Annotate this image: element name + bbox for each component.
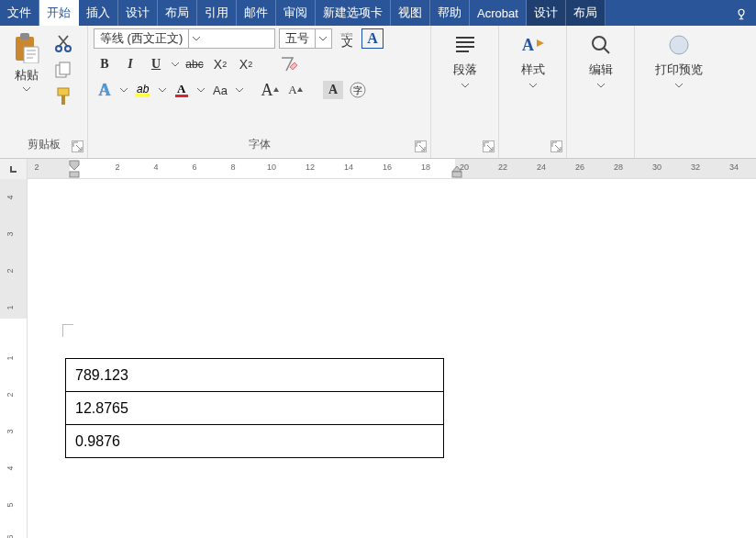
paste-button[interactable]: 粘贴: [6, 28, 48, 133]
text-effects-button[interactable]: A: [94, 80, 116, 100]
tab-file[interactable]: 文件: [0, 0, 39, 26]
margin-corner-icon: [62, 324, 73, 337]
table-cell[interactable]: 0.9876: [66, 425, 444, 458]
svg-text:ab: ab: [137, 83, 150, 95]
underline-button[interactable]: U: [145, 54, 167, 74]
paste-label: 粘贴: [15, 67, 39, 84]
tab-table-design[interactable]: 设计: [527, 0, 566, 26]
table-row: 0.9876: [66, 425, 444, 458]
table-cell[interactable]: 12.8765: [66, 392, 444, 425]
table-row: 789.123: [66, 359, 444, 392]
svg-rect-2: [24, 47, 39, 63]
svg-text:A: A: [522, 36, 534, 54]
change-case-dropdown[interactable]: [235, 88, 244, 93]
group-font-label: 字体: [94, 133, 425, 158]
tab-mailings[interactable]: 邮件: [237, 0, 276, 26]
svg-rect-10: [135, 94, 150, 97]
styles-button[interactable]: A 样式: [506, 34, 561, 88]
phonetic-guide-button[interactable]: wén 文: [336, 28, 358, 49]
chevron-down-icon: [597, 84, 605, 88]
svg-point-3: [56, 46, 61, 51]
strikethrough-button[interactable]: abc: [183, 54, 206, 74]
menu-tabs: 文件 开始 插入 设计 布局 引用 邮件 审阅 新建选项卡 视图 帮助 Acro…: [0, 0, 756, 26]
svg-text:字: 字: [353, 85, 362, 95]
tab-selector[interactable]: [0, 159, 28, 179]
tab-home[interactable]: 开始: [39, 0, 79, 26]
font-name-combo[interactable]: 等线 (西文正文): [94, 28, 275, 49]
svg-rect-6: [60, 62, 70, 74]
svg-rect-7: [58, 88, 69, 95]
tell-me-icon[interactable]: [727, 0, 756, 26]
group-print-preview: 打印预览: [635, 26, 723, 158]
svg-rect-12: [175, 95, 188, 97]
svg-text:A: A: [177, 82, 186, 95]
editing-button[interactable]: 编辑: [573, 34, 628, 88]
svg-rect-19: [452, 172, 461, 177]
chevron-down-icon[interactable]: [188, 29, 203, 48]
change-case-button[interactable]: Aa: [209, 80, 231, 100]
group-paragraph: 段落: [431, 26, 499, 158]
font-dialog-launcher[interactable]: [415, 140, 427, 152]
document-page[interactable]: 789.123 12.8765 0.9876: [28, 179, 756, 538]
styles-dialog-launcher[interactable]: [550, 140, 562, 152]
tab-references[interactable]: 引用: [197, 0, 237, 26]
svg-rect-8: [61, 95, 65, 105]
chevron-down-icon: [23, 87, 30, 92]
tab-view[interactable]: 视图: [391, 0, 430, 26]
group-editing: 编辑: [567, 26, 635, 158]
tab-layout[interactable]: 布局: [158, 0, 197, 26]
font-size-combo[interactable]: 五号: [279, 28, 332, 49]
shrink-font-button[interactable]: A: [284, 80, 306, 100]
enclose-char-button[interactable]: 字: [347, 80, 369, 100]
chevron-down-icon[interactable]: [315, 29, 329, 48]
tab-insert[interactable]: 插入: [79, 0, 118, 26]
table-cell[interactable]: 789.123: [66, 359, 444, 392]
svg-point-13: [350, 83, 365, 97]
chevron-down-icon: [529, 84, 537, 88]
char-shading-button[interactable]: A: [323, 81, 343, 99]
tab-acrobat[interactable]: Acrobat: [470, 0, 527, 26]
char-border-button[interactable]: A: [361, 28, 384, 49]
font-color-dropdown[interactable]: [196, 88, 206, 93]
italic-button[interactable]: I: [119, 54, 141, 74]
highlight-dropdown[interactable]: [158, 88, 167, 93]
group-clipboard-label: 剪贴板: [6, 133, 82, 158]
svg-rect-18: [70, 172, 79, 177]
tab-help[interactable]: 帮助: [430, 0, 470, 26]
text-effects-dropdown[interactable]: [119, 88, 128, 93]
paragraph-button[interactable]: 段落: [438, 34, 493, 88]
tab-design[interactable]: 设计: [118, 0, 158, 26]
first-line-indent-icon[interactable]: [69, 159, 80, 178]
ribbon: 粘贴 剪贴板 等线: [0, 26, 756, 159]
svg-point-16: [593, 37, 606, 50]
grow-font-button[interactable]: A: [259, 80, 281, 100]
document-table[interactable]: 789.123 12.8765 0.9876: [65, 358, 444, 458]
group-clipboard: 粘贴 剪贴板: [0, 26, 88, 158]
copy-button[interactable]: [55, 62, 72, 78]
tab-table-layout[interactable]: 布局: [566, 0, 606, 26]
chevron-down-icon: [461, 84, 469, 88]
superscript-button[interactable]: X2: [235, 54, 257, 74]
print-preview-button[interactable]: 打印预览: [642, 34, 716, 88]
format-painter-button[interactable]: [55, 87, 72, 106]
tab-review[interactable]: 审阅: [276, 0, 316, 26]
svg-rect-1: [20, 33, 29, 39]
ruler-h-track: 2 2 4 6 8 10 12 14 16 18 20 22 24 26 28 …: [28, 159, 756, 178]
tab-newtab[interactable]: 新建选项卡: [316, 0, 391, 26]
underline-dropdown[interactable]: [171, 62, 180, 67]
clipboard-dialog-launcher[interactable]: [72, 140, 83, 152]
font-color-button[interactable]: A: [171, 80, 193, 100]
cut-button[interactable]: [55, 34, 72, 52]
group-font: 等线 (西文正文) 五号 wén 文 A B I U abc: [88, 26, 431, 158]
clear-formatting-button[interactable]: [277, 54, 299, 74]
highlight-button[interactable]: ab: [132, 80, 154, 100]
chevron-down-icon: [675, 84, 683, 88]
paragraph-dialog-launcher[interactable]: [483, 140, 495, 152]
ruler-horizontal[interactable]: 2 2 4 6 8 10 12 14 16 18 20 22 24 26 28 …: [0, 159, 756, 179]
table-row: 12.8765: [66, 392, 444, 425]
svg-point-4: [65, 46, 71, 51]
subscript-button[interactable]: X2: [209, 54, 231, 74]
ruler-vertical[interactable]: 4 3 2 1 1 2 3 4 5 6: [0, 179, 28, 538]
group-styles: A 样式: [499, 26, 567, 158]
bold-button[interactable]: B: [94, 54, 116, 74]
